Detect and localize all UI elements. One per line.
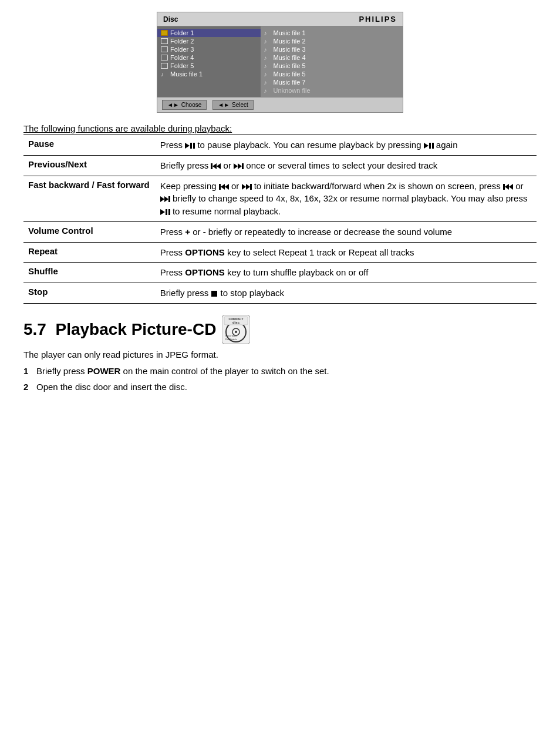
music-file-icon (264, 79, 271, 86)
disc-ui-header: Disc PHILIPS (157, 12, 403, 26)
section-57-title: 5.7 Playback Picture-CD (23, 320, 216, 339)
fastbwd-label: Fast backward / Fast forward (23, 176, 156, 221)
repeat-label: Repeat (23, 242, 156, 263)
table-row-prevnext: Previous/Next Briefly press or once or s… (23, 155, 537, 176)
folder-label: Folder 5 (170, 62, 194, 69)
disc-ui-panel: Disc PHILIPS Folder 1 Folder 2 Folder 3 … (157, 12, 403, 113)
folder-label: Folder 4 (170, 54, 194, 61)
shuffle-desc: Press OPTIONS key to turn shuffle playba… (156, 263, 537, 283)
section-57-intro: The player can only read pictures in JPE… (23, 348, 537, 362)
select-button[interactable]: ◄► Select (212, 100, 254, 110)
table-row-shuffle: Shuffle Press OPTIONS key to turn shuffl… (23, 263, 537, 283)
music-label: Music file 1 (274, 29, 306, 36)
choose-arrows-icon: ◄► (167, 102, 179, 108)
bar-right2-icon (250, 184, 252, 190)
pause-bar3 (429, 143, 431, 149)
tri-right5-icon (160, 196, 164, 202)
svg-text:disc: disc (232, 321, 240, 324)
cd-logo-svg: COMPACT disc Recordable ReWritable (222, 315, 250, 344)
tri-left3-icon (221, 184, 225, 190)
music-file-icon (264, 62, 271, 69)
svg-text:ReWritable: ReWritable (225, 338, 237, 341)
music-file-icon (264, 46, 271, 53)
music-file-icon (264, 29, 271, 36)
folder-item-3[interactable]: Folder 3 (157, 45, 261, 53)
stop-desc: Briefly press to stop playback (156, 283, 537, 304)
table-row-repeat: Repeat Press OPTIONS key to select Repea… (23, 242, 537, 263)
music-label: Music file 2 (274, 38, 306, 45)
music-file-item-5[interactable]: Music file 5 (261, 62, 403, 70)
prevnext-label: Previous/Next (23, 155, 156, 176)
tri-right4-icon (246, 184, 250, 190)
folder-item-4[interactable]: Folder 4 (157, 53, 261, 62)
music-file-item-6[interactable]: Music file 5 (261, 70, 403, 78)
options-bold-repeat: OPTIONS (185, 247, 225, 257)
folder-item-5[interactable]: Folder 5 (157, 62, 261, 70)
folder-empty-icon (161, 55, 168, 61)
folder-label: Folder 2 (170, 38, 194, 45)
tri-right3-icon (242, 184, 246, 190)
pause-bar4 (432, 143, 434, 149)
tri-right2-icon (238, 163, 242, 169)
unknown-file-icon (264, 87, 271, 94)
music-file-icon (161, 70, 168, 78)
skip-prev-icon (211, 163, 221, 169)
pause-bar5 (166, 209, 167, 215)
step-1: 1 Briefly press POWER on the main contro… (23, 365, 537, 378)
skip-prev-icon3 (503, 184, 513, 190)
select-arrows-icon: ◄► (218, 102, 230, 108)
disc-left-panel: Folder 1 Folder 2 Folder 3 Folder 4 Fold… (157, 26, 261, 97)
pause-bar6 (168, 209, 170, 215)
folder-label: Folder 1 (170, 29, 194, 36)
music-file-item-2[interactable]: Music file 2 (261, 37, 403, 45)
disc-label: Disc (163, 15, 178, 23)
music-label: Music file 3 (274, 46, 306, 53)
shuffle-label: Shuffle (23, 263, 156, 283)
section-57-body: The player can only read pictures in JPE… (23, 348, 537, 394)
cd-logo: COMPACT disc Recordable ReWritable (222, 315, 250, 344)
minus-sign: - (203, 227, 206, 237)
play-triangle (185, 143, 190, 149)
step-1-text: Briefly press POWER on the main control … (36, 365, 329, 378)
disc-ui-body: Folder 1 Folder 2 Folder 3 Folder 4 Fold… (157, 26, 403, 97)
select-label: Select (232, 102, 248, 108)
music-label: Music file 1 (170, 70, 203, 78)
music-file-item-7[interactable]: Music file 7 (261, 78, 403, 86)
choose-button[interactable]: ◄► Choose (162, 100, 207, 110)
stop-label: Stop (23, 283, 156, 304)
tri-right6-icon (164, 196, 168, 202)
skip-next-icon (234, 163, 244, 169)
folder-empty-icon (161, 46, 168, 52)
music-file-item-3[interactable]: Music file 3 (261, 45, 403, 53)
volume-desc: Press + or - briefly or repeatedly to in… (156, 221, 537, 242)
play-pause-icon-resume (424, 143, 434, 149)
music-item-left[interactable]: Music file 1 (157, 70, 261, 78)
folder-item-2[interactable]: Folder 2 (157, 37, 261, 45)
tri-left-icon (212, 163, 217, 169)
play-pause-icon3 (160, 209, 170, 215)
to-text: to (173, 206, 180, 216)
music-file-item-4[interactable]: Music file 4 (261, 53, 403, 62)
folder-empty-icon (161, 63, 168, 69)
step-2-text: Open the disc door and insert the disc. (36, 381, 187, 394)
play-pause-icon-pause (185, 143, 195, 149)
table-row-volume: Volume Control Press + or - briefly or r… (23, 221, 537, 242)
music-label: Music file 5 (274, 62, 306, 69)
music-label: Music file 5 (274, 70, 306, 78)
table-row-stop: Stop Briefly press to stop playback (23, 283, 537, 304)
section-57-header: 5.7 Playback Picture-CD COMPACT disc Rec… (23, 315, 537, 344)
skip-next-icon3 (160, 196, 170, 202)
folder-item-1[interactable]: Folder 1 (157, 29, 261, 37)
folder-label: Folder 3 (170, 46, 194, 53)
music-file-item-1[interactable]: Music file 1 (261, 29, 403, 37)
volume-label: Volume Control (23, 221, 156, 242)
svg-point-3 (235, 331, 237, 333)
music-file-icon (264, 54, 271, 61)
pause-bar2 (193, 143, 195, 149)
fastbwd-desc: Keep pressing or to initiate backward/fo… (156, 176, 537, 221)
functions-table: The following functions are available du… (23, 123, 537, 304)
tri-left5-icon (505, 184, 509, 190)
stop-icon (211, 291, 217, 297)
choose-label: Choose (181, 102, 201, 108)
unknown-file-item[interactable]: Unknown file (261, 86, 403, 95)
